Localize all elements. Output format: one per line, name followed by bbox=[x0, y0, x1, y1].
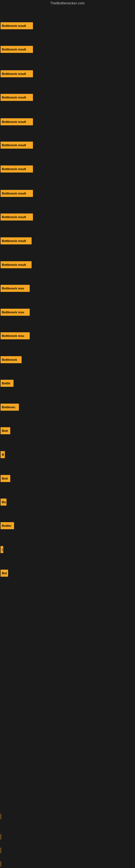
page-wrapper: TheBottlenecker.com Bottleneck resultBot… bbox=[0, 0, 135, 868]
bottleneck-bar-9: Bottleneck result bbox=[1, 237, 32, 244]
bars-container: Bottleneck resultBottleneck resultBottle… bbox=[0, 7, 135, 868]
bottleneck-bar-2: Bottleneck result bbox=[1, 70, 33, 77]
bottleneck-bar-1: Bottleneck result bbox=[1, 46, 33, 53]
bottleneck-bar-15: Bottle bbox=[1, 380, 13, 387]
bottleneck-bar-10: Bottleneck result bbox=[1, 261, 32, 268]
bottleneck-bar-7: Bottleneck result bbox=[1, 190, 33, 197]
bottleneck-bar-16: Bottlenec bbox=[1, 404, 19, 411]
bottleneck-bar-11: Bottleneck resu bbox=[1, 285, 30, 292]
bottleneck-bar-6: Bottleneck result bbox=[1, 165, 33, 173]
bottleneck-bar-23: Bot bbox=[1, 569, 8, 577]
bottleneck-bar-12: Bottleneck resu bbox=[1, 309, 30, 316]
bottleneck-bar-19: Bott bbox=[1, 475, 10, 482]
bottleneck-bar-21: Bottler bbox=[1, 522, 14, 529]
bottleneck-bar-3: Bottleneck result bbox=[1, 94, 33, 101]
bottleneck-bar-4: Bottleneck result bbox=[1, 118, 33, 125]
bottleneck-bar-20: Bo bbox=[1, 499, 6, 506]
bottleneck-bar-18: B bbox=[1, 451, 5, 458]
bottleneck-bar-22: | bbox=[1, 546, 3, 553]
bottleneck-bar-0: Bottleneck result bbox=[1, 22, 33, 29]
site-title: TheBottlenecker.com bbox=[0, 0, 135, 7]
bottleneck-bar-5: Bottleneck result bbox=[1, 142, 33, 149]
bottleneck-bar-13: Bottleneck resu bbox=[1, 332, 30, 339]
bottleneck-bar-14: Bottleneck bbox=[1, 356, 21, 363]
bottleneck-bar-17: Bott bbox=[1, 427, 10, 434]
bottleneck-bar-8: Bottleneck result bbox=[1, 214, 33, 220]
